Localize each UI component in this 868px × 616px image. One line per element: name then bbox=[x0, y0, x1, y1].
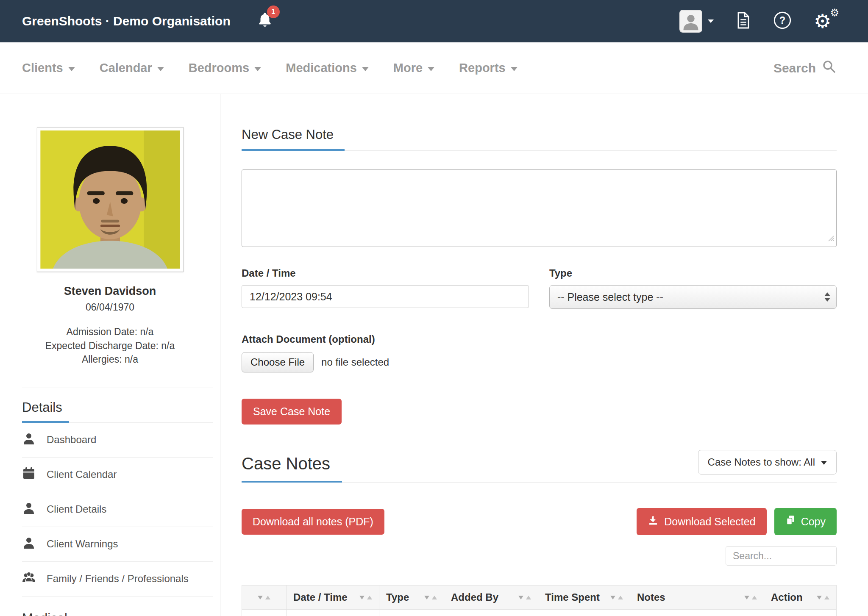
case-note-textarea[interactable] bbox=[242, 169, 837, 247]
date-time-label: Date / Time bbox=[242, 267, 529, 279]
settings-button[interactable]: ⚙ ⚙ bbox=[814, 10, 836, 32]
nav-label: Calendar bbox=[100, 61, 152, 75]
date-time-field-group: Date / Time bbox=[242, 267, 529, 309]
client-dob: 06/04/1970 bbox=[0, 302, 220, 313]
col-header-type[interactable]: Type bbox=[379, 585, 444, 610]
col-header-added-by[interactable]: Added By bbox=[444, 585, 538, 610]
date-time-input[interactable] bbox=[242, 285, 529, 308]
details-section: Details bbox=[22, 400, 213, 423]
sidebar-item-client-details[interactable]: Client Details bbox=[22, 492, 213, 527]
download-all-label: Download all notes (PDF) bbox=[253, 516, 373, 528]
type-select[interactable]: -- Please select type -- bbox=[549, 285, 837, 309]
col-header-label: Notes bbox=[637, 591, 665, 603]
medical-section-title: Medical bbox=[22, 611, 74, 616]
medical-section: Medical bbox=[22, 611, 213, 616]
nav-item-clients[interactable]: Clients bbox=[22, 61, 75, 75]
chevron-down-icon bbox=[68, 67, 75, 71]
search-icon bbox=[822, 60, 836, 76]
user-icon bbox=[22, 501, 36, 517]
col-header-label: Action bbox=[771, 591, 803, 603]
notifications-button[interactable]: 1 bbox=[257, 11, 275, 31]
search-label: Search bbox=[773, 61, 816, 75]
help-button[interactable]: ? bbox=[773, 11, 792, 31]
nav-item-reports[interactable]: Reports bbox=[459, 61, 517, 75]
sidebar-item-label: Dashboard bbox=[47, 434, 96, 446]
row-action-cell bbox=[764, 610, 837, 616]
client-sidebar: Steven Davidson 06/04/1970 Admission Dat… bbox=[0, 94, 220, 616]
case-notes-header: Case Notes Case Notes to show: All bbox=[242, 450, 837, 483]
nav-item-more[interactable]: More bbox=[393, 61, 434, 75]
download-selected-button[interactable]: Download Selected bbox=[637, 508, 766, 535]
nav-item-calendar[interactable]: Calendar bbox=[100, 61, 164, 75]
discharge-date: Expected Discharge Date: n/a bbox=[0, 339, 220, 353]
chevron-down-icon bbox=[254, 67, 261, 71]
file-input-row: Choose File no file selected bbox=[242, 352, 837, 372]
main-content: New Case Note Date / Time Type -- Please… bbox=[220, 94, 868, 616]
type-label: Type bbox=[549, 267, 837, 279]
table-header-row: Date / Time Type Added bbox=[242, 585, 837, 610]
documents-button[interactable] bbox=[736, 11, 751, 31]
sidebar-item-label: Family / Friends / Professionals bbox=[47, 573, 189, 585]
note-form-row: Date / Time Type -- Please select type -… bbox=[242, 267, 837, 309]
nav-label: Bedrooms bbox=[189, 61, 249, 75]
sort-icons bbox=[518, 596, 531, 599]
right-actions: Download Selected Copy bbox=[637, 508, 837, 535]
calendar-icon bbox=[22, 466, 36, 483]
settings-gear-icon: ⚙ bbox=[814, 10, 831, 33]
bell-icon bbox=[257, 23, 273, 31]
sidebar-item-client-calendar[interactable]: Client Calendar bbox=[22, 458, 213, 492]
page-body: Steven Davidson 06/04/1970 Admission Dat… bbox=[0, 94, 868, 616]
copy-button[interactable]: Copy bbox=[774, 508, 837, 535]
user-icon bbox=[22, 432, 36, 448]
chevron-down-icon bbox=[821, 461, 827, 465]
settings-small-gear-icon: ⚙ bbox=[830, 8, 839, 18]
table-search-row bbox=[242, 546, 837, 566]
nav-item-bedrooms[interactable]: Bedrooms bbox=[189, 61, 261, 75]
client-name: Steven Davidson bbox=[0, 285, 220, 298]
sidebar-item-label: Client Details bbox=[47, 503, 106, 515]
app-brand[interactable]: GreenShoots · Demo Organisation bbox=[22, 14, 231, 28]
sort-icons bbox=[258, 596, 270, 599]
client-photo bbox=[37, 127, 184, 272]
user-icon bbox=[22, 536, 36, 552]
sidebar-item-client-warnings[interactable]: Client Warnings bbox=[22, 527, 213, 562]
sidebar-item-dashboard[interactable]: Dashboard bbox=[22, 423, 213, 458]
select-stepper-icon bbox=[824, 292, 830, 302]
download-icon bbox=[648, 515, 659, 528]
nav-search-button[interactable]: Search bbox=[773, 60, 836, 76]
user-menu-button[interactable] bbox=[679, 10, 714, 33]
chevron-down-icon bbox=[157, 67, 164, 71]
row-type-cell: System bbox=[379, 610, 444, 616]
chevron-down-icon bbox=[362, 67, 369, 71]
sort-icons bbox=[744, 596, 757, 599]
no-file-text: no file selected bbox=[321, 356, 389, 368]
choose-file-button[interactable]: Choose File bbox=[242, 352, 314, 372]
col-header-action[interactable]: Action bbox=[764, 585, 837, 610]
col-header-notes[interactable]: Notes bbox=[630, 585, 764, 610]
case-notes-filter-button[interactable]: Case Notes to show: All bbox=[698, 450, 837, 474]
col-header-time-spent[interactable]: Time Spent bbox=[538, 585, 630, 610]
admission-date: Admission Date: n/a bbox=[0, 325, 220, 339]
col-header-label: Date / Time bbox=[293, 591, 348, 603]
sidebar-item-label: Client Warnings bbox=[47, 538, 118, 550]
resize-grip-icon[interactable] bbox=[828, 235, 834, 243]
col-header-select[interactable] bbox=[242, 585, 287, 610]
nav-label: Medications bbox=[286, 61, 357, 75]
avatar bbox=[679, 10, 702, 33]
sidebar-divider bbox=[22, 388, 213, 388]
chevron-down-icon bbox=[428, 67, 434, 71]
case-notes-actions: Download all notes (PDF) Download Select… bbox=[242, 508, 837, 535]
new-case-note-header: New Case Note bbox=[242, 127, 837, 151]
col-header-label: Time Spent bbox=[545, 591, 600, 603]
nav-item-medications[interactable]: Medications bbox=[286, 61, 369, 75]
col-header-label: Type bbox=[386, 591, 409, 603]
sidebar-item-label: Client Calendar bbox=[47, 469, 117, 480]
row-time-spent-cell bbox=[538, 610, 630, 616]
col-header-date-time[interactable]: Date / Time bbox=[287, 585, 379, 610]
details-section-title: Details bbox=[22, 400, 69, 423]
save-case-note-button[interactable]: Save Case Note bbox=[242, 399, 342, 425]
download-all-notes-button[interactable]: Download all notes (PDF) bbox=[242, 509, 384, 535]
nav-label: Clients bbox=[22, 61, 63, 75]
table-search-input[interactable] bbox=[726, 546, 837, 566]
sidebar-item-family-friends-professionals[interactable]: Family / Friends / Professionals bbox=[22, 562, 213, 597]
